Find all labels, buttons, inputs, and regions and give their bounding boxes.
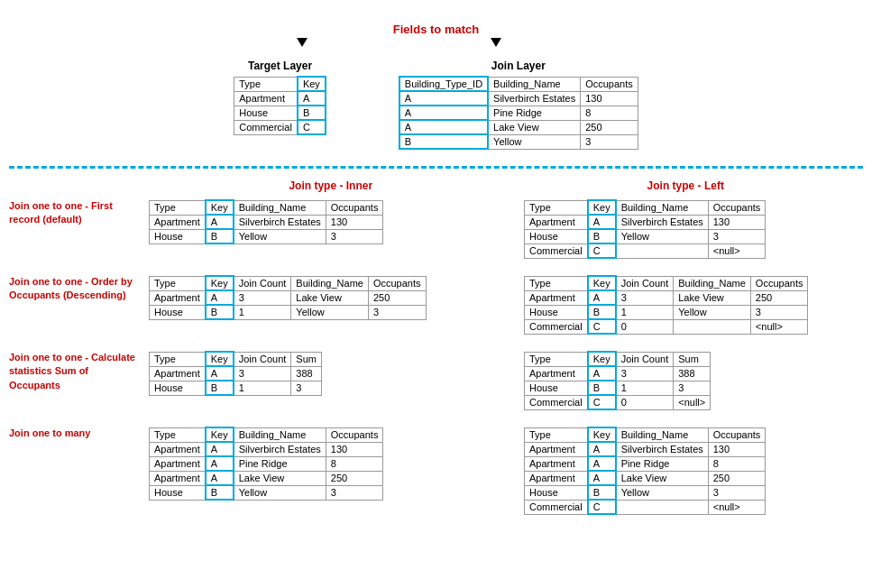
target-layer-section: Target Layer Type Key ApartmentA HouseB … (234, 60, 326, 135)
join-group-label: Join one to one - Calculate statistics S… (9, 351, 149, 392)
target-layer-label: Target Layer (248, 60, 312, 72)
dashed-divider (9, 166, 863, 169)
left-header: Join type - Left (647, 179, 724, 192)
join-layer-label: Join Layer (491, 60, 546, 72)
join-group-label: Join one to many (9, 427, 149, 440)
result-table: TypeKeyJoin CountSumApartmentA3388HouseB… (524, 351, 711, 410)
result-table: TypeKeyBuilding_NameOccupantsApartmentAS… (524, 199, 766, 259)
inner-header: Join type - Inner (289, 179, 372, 192)
left-table-container: TypeKeyBuilding_NameOccupantsApartmentAS… (524, 199, 863, 259)
join-groups: Join one to one - First record (default)… (9, 199, 863, 515)
left-table-container: TypeKeyBuilding_NameOccupantsApartmentAS… (524, 427, 863, 515)
inner-table-container: TypeKeyBuilding_NameOccupantsApartmentAS… (149, 427, 488, 501)
result-table: TypeKeyBuilding_NameOccupantsApartmentAS… (149, 199, 383, 244)
result-table: TypeKeyBuilding_NameOccupantsApartmentAS… (149, 427, 383, 501)
join-group-row: Join one to one - First record (default)… (9, 199, 863, 259)
join-group-label: Join one to one - Order by Occupants (De… (9, 275, 149, 303)
join-table: Building_Type_ID Building_Name Occupants… (399, 76, 638, 150)
inner-table-container: TypeKeyJoin CountSumApartmentA3388HouseB… (149, 351, 488, 396)
target-table: Type Key ApartmentA HouseB CommercialC (234, 76, 326, 135)
result-table: TypeKeyJoin CountBuilding_NameOccupantsA… (524, 275, 808, 335)
inner-table-container: TypeKeyJoin CountBuilding_NameOccupantsA… (149, 275, 488, 320)
join-group-row: Join one to one - Calculate statistics S… (9, 351, 863, 410)
left-table-container: TypeKeyJoin CountSumApartmentA3388HouseB… (524, 351, 863, 410)
join-layer-section: Join Layer Building_Type_ID Building_Nam… (399, 60, 638, 150)
inner-table-container: TypeKeyBuilding_NameOccupantsApartmentAS… (149, 199, 488, 244)
result-table: TypeKeyJoin CountSumApartmentA3388HouseB… (149, 351, 322, 396)
fields-to-match-label: Fields to match (393, 23, 479, 36)
result-table: TypeKeyJoin CountBuilding_NameOccupantsA… (149, 275, 427, 320)
left-table-container: TypeKeyJoin CountBuilding_NameOccupantsA… (524, 275, 863, 335)
join-group-row: Join one to one - Order by Occupants (De… (9, 275, 863, 335)
join-group-row: Join one to manyTypeKeyBuilding_NameOccu… (9, 427, 863, 515)
result-table: TypeKeyBuilding_NameOccupantsApartmentAS… (524, 427, 766, 515)
join-group-label: Join one to one - First record (default) (9, 199, 149, 227)
